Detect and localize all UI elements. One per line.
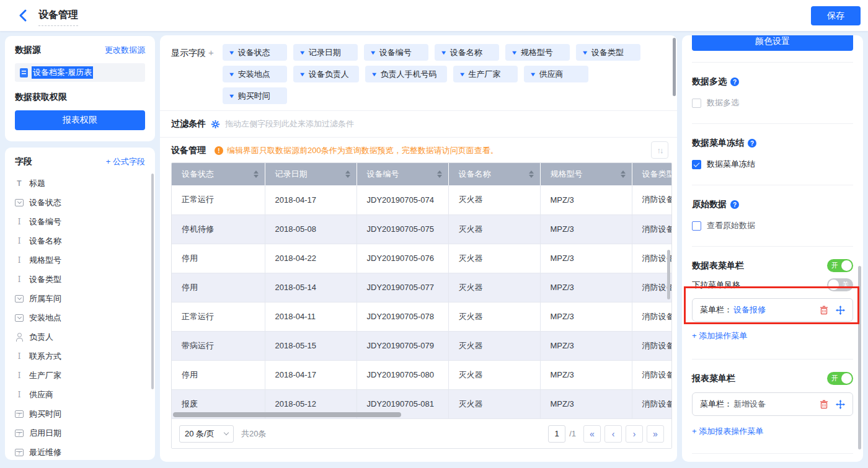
table-row[interactable]: 停机待修2018-05-08JDY20190705-075灭火器MPZ/3消防设… <box>172 214 671 244</box>
move-icon[interactable] <box>836 306 845 315</box>
table-row[interactable]: 停用2018-05-14JDY20190705-077灭火器MPZ/3消防设备 <box>172 273 671 302</box>
chevron-down-icon[interactable]: ▼ <box>228 93 235 99</box>
column-header[interactable]: 设备类型 <box>632 163 671 185</box>
chevron-down-icon[interactable]: ▼ <box>369 50 376 56</box>
field-item[interactable]: 设备类型 <box>15 270 145 289</box>
add-action-menu-link[interactable]: + 添加操作菜单 <box>692 330 747 342</box>
display-field-chip[interactable]: ▼购买时间 <box>223 87 287 104</box>
add-display-field-button[interactable]: + <box>208 47 214 58</box>
field-item[interactable]: 联系方式 <box>15 347 145 366</box>
chevron-down-icon[interactable]: ▼ <box>228 50 235 56</box>
display-field-chip[interactable]: ▼安装地点 <box>223 66 287 82</box>
checkbox-checked-icon[interactable] <box>692 160 701 169</box>
chevron-down-icon[interactable]: ▼ <box>510 50 518 56</box>
column-header[interactable]: 设备名称 <box>448 163 540 185</box>
chevron-down-icon[interactable]: ▼ <box>529 71 536 77</box>
color-settings-button[interactable]: 颜色设置 <box>692 35 853 51</box>
prev-page-button[interactable]: ‹ <box>604 425 622 443</box>
field-item[interactable]: 供应商 <box>15 385 145 404</box>
multi-select-checkbox[interactable]: 数据多选 <box>692 97 853 108</box>
table-row[interactable]: 停用2018-04-17JDY20190705-080灭火器MPZ/3消防设备 <box>172 360 671 389</box>
chevron-down-icon[interactable]: ▼ <box>370 71 378 77</box>
menu-freeze-checkbox[interactable]: 数据菜单冻结 <box>692 159 853 170</box>
report-menu-toggle[interactable]: 开 <box>827 372 853 385</box>
page-size-select[interactable]: 20 条/页 <box>179 425 234 443</box>
chevron-down-icon[interactable]: ▼ <box>298 71 306 77</box>
checkbox-icon[interactable] <box>692 221 701 231</box>
help-icon[interactable]: ? <box>730 200 739 209</box>
back-button[interactable] <box>16 8 31 23</box>
table-menu-item[interactable]: 菜单栏： 设备报修 <box>692 298 853 322</box>
checkbox-icon[interactable] <box>692 99 701 108</box>
settings-scrollbar[interactable] <box>858 266 861 449</box>
table-sort-button[interactable]: ↑↓ <box>651 141 668 159</box>
fields-scrollbar[interactable] <box>151 174 154 389</box>
field-item[interactable]: 启用日期 <box>15 423 145 443</box>
last-page-button[interactable]: » <box>647 425 664 443</box>
report-permission-button[interactable]: 报表权限 <box>15 110 145 130</box>
display-field-chip[interactable]: ▼规格型号 <box>505 44 570 61</box>
table-row[interactable]: 带病运行2018-05-15JDY20190705-079灭火器MPZ/3消防设… <box>172 331 671 360</box>
add-report-action-menu-link[interactable]: + 添加报表操作菜单 <box>692 426 763 437</box>
column-header[interactable]: 记录日期 <box>265 163 356 185</box>
column-header[interactable]: 设备状态 <box>172 163 265 185</box>
first-page-button[interactable]: « <box>583 425 601 443</box>
chevron-down-icon[interactable]: ▼ <box>298 50 306 56</box>
field-item[interactable]: 规格型号 <box>15 250 145 270</box>
filter-bar[interactable]: 过滤条件 拖动左侧字段到此处来添加过滤条件 <box>160 111 677 137</box>
menu-item-value[interactable]: 新增设备 <box>733 399 766 410</box>
table-menu-toggle[interactable]: 开 <box>827 259 853 272</box>
table-row[interactable]: 正常运行2018-04-17JDY20190705-074灭火器MPZ/3消防设… <box>172 185 671 214</box>
table-vertical-scrollbar[interactable] <box>667 250 670 299</box>
datasource-item[interactable]: 设备档案-履历表 <box>15 63 145 82</box>
table-row[interactable]: 正常运行2018-04-11JDY20190705-078灭火器MPZ/3消防设… <box>172 302 671 331</box>
trash-icon[interactable] <box>820 306 828 315</box>
page-title[interactable]: 设备管理 <box>38 9 78 26</box>
chevron-down-icon[interactable]: ▼ <box>440 50 447 56</box>
display-field-chip[interactable]: ▼负责人手机号码 <box>365 66 447 82</box>
report-menu-item[interactable]: 菜单栏： 新增设备 <box>692 392 853 416</box>
dropdown-style-toggle[interactable]: 关 <box>827 278 853 291</box>
sort-arrows-icon[interactable] <box>345 170 350 178</box>
display-field-chip[interactable]: ▼设备编号 <box>364 44 428 61</box>
trash-icon[interactable] <box>820 400 828 409</box>
help-icon[interactable]: ? <box>748 139 756 148</box>
display-field-chip[interactable]: ▼设备状态 <box>223 44 287 61</box>
field-item[interactable]: 所属车间 <box>15 289 145 308</box>
display-field-chip[interactable]: ▼设备负责人 <box>293 66 359 82</box>
field-item[interactable]: 设备名称 <box>15 231 145 250</box>
chevron-down-icon[interactable]: ▼ <box>458 71 466 77</box>
chevron-down-icon[interactable]: ▼ <box>581 50 588 56</box>
display-field-chip[interactable]: ▼设备名称 <box>435 44 499 61</box>
sort-arrows-icon[interactable] <box>437 170 442 178</box>
field-item[interactable]: 生产厂家 <box>15 366 145 385</box>
sort-arrows-icon[interactable] <box>529 170 534 178</box>
field-item[interactable]: 安装地点 <box>15 308 145 327</box>
sort-arrows-icon[interactable] <box>621 170 626 178</box>
display-field-chip[interactable]: ▼设备类型 <box>576 44 640 61</box>
chevron-down-icon[interactable]: ▼ <box>228 71 235 77</box>
canvas-scrollbar[interactable] <box>673 38 676 96</box>
move-icon[interactable] <box>836 400 845 409</box>
column-header[interactable]: 设备编号 <box>356 163 448 185</box>
field-item[interactable]: 最近维修 <box>15 443 145 460</box>
raw-data-checkbox[interactable]: 查看原始数据 <box>692 220 853 231</box>
field-item[interactable]: 购买时间 <box>15 404 145 423</box>
current-page-input[interactable]: 1 <box>548 425 565 443</box>
help-icon[interactable]: ? <box>730 77 739 86</box>
menu-item-value[interactable]: 设备报修 <box>733 304 766 316</box>
field-item[interactable]: 设备状态 <box>15 193 145 212</box>
save-button[interactable]: 保存 <box>811 6 861 25</box>
display-field-chip[interactable]: ▼生产厂家 <box>453 66 518 82</box>
sort-arrows-icon[interactable] <box>254 170 259 178</box>
field-item[interactable]: 设备编号 <box>15 212 145 231</box>
field-item[interactable]: 负责人 <box>15 327 145 347</box>
column-header[interactable]: 规格型号 <box>540 163 632 185</box>
add-formula-field-link[interactable]: + 公式字段 <box>106 156 145 167</box>
display-field-chip[interactable]: ▼记录日期 <box>293 44 358 61</box>
next-page-button[interactable]: › <box>626 425 643 443</box>
change-datasource-link[interactable]: 更改数据源 <box>105 45 145 56</box>
datasource-name[interactable]: 设备档案-履历表 <box>32 66 93 79</box>
table-horizontal-scrollbar[interactable] <box>173 412 401 417</box>
display-field-chip[interactable]: ▼供应商 <box>524 66 588 82</box>
